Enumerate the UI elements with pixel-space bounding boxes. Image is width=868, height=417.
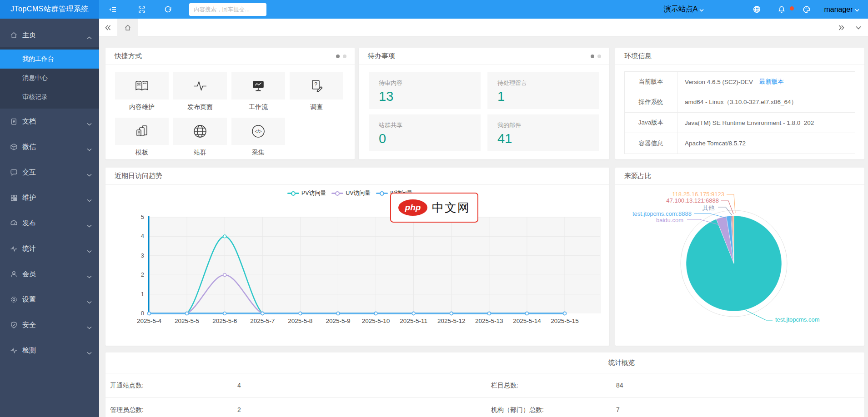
stat-label: 机构（部门）总数: [491,406,544,414]
chevron-down-icon [87,323,92,331]
home-icon [124,24,131,31]
stats-overview-title: 统计概览 [608,358,635,367]
todo-stat-my-mail[interactable]: 我的邮件 41 [487,114,599,151]
svg-text:2025-5-4: 2025-5-4 [137,318,162,324]
todo-stat-pending-content[interactable]: 待审内容 13 [369,72,481,109]
topbar: JTopCMS站群管理系统 演示站点A manager [0,0,868,19]
home-submenu: 我的工作台 消息中心 审核记录 [0,47,99,109]
sidebar-item-statistics[interactable]: 统计 [0,236,99,261]
shortcut-publish-page[interactable]: 发布页面 [173,72,227,111]
stat-value: 7 [616,406,620,413]
chevron-down-icon [87,170,92,178]
svg-text:2025-5-7: 2025-5-7 [250,318,275,324]
visit-trend-panel: 近期日访问趋势 PV访问量 UV访问量 IP访问量 0123452025-5-4… [105,168,609,346]
fullscreen-icon[interactable] [133,0,151,19]
carousel-dot[interactable] [343,55,346,58]
svg-text:2025-5-14: 2025-5-14 [513,318,541,324]
main-content: 快捷方式 内容维护 发布页面 工作流 ? 调查 [99,36,868,417]
pie-label: test.jtopcms.com:8888 [629,210,692,217]
sidebar-item-security[interactable]: 安全 [0,312,99,338]
sidebar-item-my-workbench[interactable]: 我的工作台 [0,50,99,69]
notification-badge [790,6,794,10]
shortcut-collection[interactable]: </> 采集 [231,118,285,157]
stat-label: 栏目总数: [491,382,518,390]
sidebar-item-members[interactable]: 会员 [0,261,99,287]
carousel-dot-active[interactable] [336,55,340,58]
sidebar-item-publish[interactable]: 发布 [0,210,99,236]
sidebar-item-audit-records[interactable]: 审核记录 [0,88,99,107]
templates-icon [134,123,150,139]
carousel-dot[interactable] [597,55,601,58]
sidebar-item-detection[interactable]: 检测 [0,338,99,363]
bell-icon[interactable] [773,0,791,19]
svg-text:2025-5-5: 2025-5-5 [175,318,199,324]
table-row: 容器信息 Apache Tomcat/8.5.72 [625,133,855,154]
book-icon [134,78,150,94]
chevron-down-icon [87,298,92,305]
pulse-icon [10,347,18,354]
pie-label: 118.25.16.175:9123 [671,191,724,198]
svg-text:2025-5-6: 2025-5-6 [212,318,237,324]
sidebar-item-maintenance[interactable]: 维护 [0,185,99,210]
sidebar-item-wechat[interactable]: 微信 [0,134,99,159]
gauge-icon [10,219,18,227]
chevron-down-icon [87,348,92,356]
palette-icon[interactable] [798,0,816,19]
table-row: Java版本 Java(TM) SE Runtime Environment -… [625,113,855,133]
chevron-down-icon [87,119,92,127]
chevron-up-icon [87,33,92,41]
sidebar-item-home[interactable]: 主页 [0,23,99,47]
shortcut-workflow[interactable]: 工作流 [231,72,285,111]
carousel-dot-active[interactable] [591,55,594,58]
sidebar-item-documents[interactable]: 文档 [0,109,99,134]
svg-text:2025-5-8: 2025-5-8 [288,318,312,324]
latest-version-link[interactable]: 最新版本 [759,78,784,86]
tabs-scroll-right-icon[interactable] [833,19,850,36]
svg-text:2025-5-15: 2025-5-15 [551,318,579,324]
shield-icon [10,321,18,329]
user-menu[interactable]: manager [823,0,860,19]
shortcut-site-cluster[interactable]: 站群 [173,118,227,157]
line-marker-icon [331,191,343,196]
environment-table: 当前版本 Version 4.6.5 (SC2)-DEV最新版本 操作系统 am… [624,71,855,154]
svg-text:</>: </> [255,129,262,134]
svg-text:2025-5-10: 2025-5-10 [362,318,390,324]
legend-item-pv[interactable]: PV访问量 [287,189,326,197]
line-marker-icon [287,191,299,196]
home-icon [10,31,18,39]
globe-icon[interactable] [748,0,766,19]
shortcut-content-maintenance[interactable]: 内容维护 [115,72,169,111]
chevron-down-icon [855,5,859,14]
cube-icon [10,143,18,151]
site-selector[interactable]: 演示站点A [663,0,704,19]
refresh-icon[interactable] [159,0,177,19]
code-circle-icon: </> [250,123,266,139]
shortcut-templates[interactable]: 模板 [115,118,169,157]
chevron-down-icon [699,5,704,14]
table-row: 开通站点数: 4 栏目总数: 84 [105,373,864,398]
legend-item-uv[interactable]: UV访问量 [331,189,371,197]
pie-label: 47.100.13.121:6888 [665,197,719,204]
tabs-menu-icon[interactable] [850,19,867,36]
php-logo: php [398,199,427,216]
sidebar-item-settings[interactable]: 设置 [0,287,99,312]
todo-stat-cluster-share[interactable]: 站群共享 0 [369,114,481,151]
search-input[interactable] [189,3,266,16]
tab-home[interactable] [117,19,138,36]
source-share-panel: 来源占比 118.25.16.175:9123 47.100.13.121:68… [615,168,864,346]
sidebar-item-message-center[interactable]: 消息中心 [0,69,99,88]
todo-stat-pending-messages[interactable]: 待处理留言 1 [487,72,599,109]
svg-text:2025-5-11: 2025-5-11 [400,318,427,324]
sidebar-item-interaction[interactable]: 交互 [0,159,99,185]
environment-panel: 环境信息 当前版本 Version 4.6.5 (SC2)-DEV最新版本 操作… [615,48,864,159]
tabs-scroll-left-icon[interactable] [99,19,116,36]
environment-panel-title: 环境信息 [624,52,652,60]
pie-chart-svg [615,168,864,346]
shortcut-survey[interactable]: ? 调查 [290,72,343,111]
svg-text:3: 3 [141,252,144,259]
pie-label: test.jtopcms.com [775,316,820,323]
svg-text:0: 0 [141,310,144,317]
todo-panel-title: 待办事项 [368,52,395,60]
collapse-menu-icon[interactable] [104,0,122,19]
shortcuts-panel-title: 快捷方式 [115,52,142,60]
